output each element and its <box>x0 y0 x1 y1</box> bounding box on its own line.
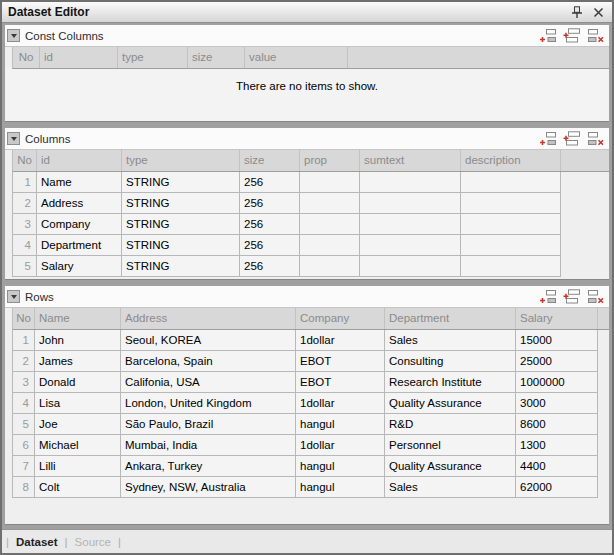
column-header-filler[interactable] <box>598 308 609 329</box>
table-cell[interactable]: STRING <box>122 256 240 277</box>
table-row[interactable]: 1JohnSeoul, KOREA1dollarSales15000 <box>12 330 598 351</box>
add-row-button[interactable] <box>538 131 556 147</box>
table-cell[interactable]: Califonia, USA <box>121 372 296 393</box>
table-cell[interactable] <box>461 214 561 235</box>
table-cell[interactable]: 256 <box>240 214 300 235</box>
column-header-no[interactable]: No <box>13 47 40 68</box>
table-cell[interactable]: EBOT <box>296 351 385 372</box>
table-cell[interactable]: Quality Assurance <box>385 456 516 477</box>
table-cell[interactable]: Lilli <box>35 456 121 477</box>
row-number-cell[interactable]: 5 <box>13 414 35 435</box>
row-number-cell[interactable]: 6 <box>13 435 35 456</box>
table-row[interactable]: 8ColtSydney, NSW, AustraliahangulSales62… <box>12 477 598 498</box>
table-cell[interactable]: hangul <box>296 414 385 435</box>
column-header-size[interactable]: size <box>188 47 245 68</box>
table-cell[interactable] <box>360 214 461 235</box>
table-row[interactable]: 2AddressSTRING256 <box>12 193 561 214</box>
table-cell[interactable]: São Paulo, Brazil <box>121 414 296 435</box>
table-cell[interactable]: hangul <box>296 456 385 477</box>
row-number-cell[interactable]: 2 <box>13 351 35 372</box>
table-cell[interactable]: Address <box>37 193 122 214</box>
table-cell[interactable] <box>300 235 360 256</box>
table-cell[interactable]: 25000 <box>516 351 598 372</box>
tab-dataset[interactable]: Dataset <box>16 536 58 548</box>
table-row[interactable]: 5SalarySTRING256 <box>12 256 561 277</box>
table-cell[interactable]: EBOT <box>296 372 385 393</box>
column-header-salary[interactable]: Salary <box>516 308 598 329</box>
column-header-size[interactable]: size <box>240 150 300 171</box>
table-cell[interactable]: 256 <box>240 193 300 214</box>
column-header-type[interactable]: type <box>118 47 188 68</box>
table-cell[interactable]: STRING <box>122 172 240 193</box>
table-cell[interactable]: Salary <box>37 256 122 277</box>
table-cell[interactable]: Sydney, NSW, Australia <box>121 477 296 498</box>
table-cell[interactable]: Personnel <box>385 435 516 456</box>
table-cell[interactable]: 1dollar <box>296 435 385 456</box>
table-cell[interactable]: 62000 <box>516 477 598 498</box>
table-cell[interactable]: John <box>35 330 121 351</box>
table-cell[interactable] <box>360 193 461 214</box>
table-cell[interactable] <box>461 256 561 277</box>
table-cell[interactable]: Joe <box>35 414 121 435</box>
column-header-id[interactable]: id <box>40 47 118 68</box>
table-cell[interactable] <box>360 235 461 256</box>
row-number-cell[interactable]: 5 <box>13 256 37 277</box>
column-header-address[interactable]: Address <box>121 308 296 329</box>
table-cell[interactable]: 8600 <box>516 414 598 435</box>
table-cell[interactable] <box>461 193 561 214</box>
column-header-description[interactable]: description <box>461 150 561 171</box>
table-cell[interactable]: Barcelona, Spain <box>121 351 296 372</box>
row-number-cell[interactable]: 8 <box>13 477 35 498</box>
column-header-no[interactable]: No <box>13 308 35 329</box>
table-cell[interactable]: STRING <box>122 193 240 214</box>
table-cell[interactable]: Ankara, Turkey <box>121 456 296 477</box>
table-cell[interactable]: Department <box>37 235 122 256</box>
table-cell[interactable]: Seoul, KOREA <box>121 330 296 351</box>
table-cell[interactable] <box>461 172 561 193</box>
table-cell[interactable]: 256 <box>240 256 300 277</box>
row-number-cell[interactable]: 1 <box>13 330 35 351</box>
table-cell[interactable]: hangul <box>296 477 385 498</box>
table-row[interactable]: 2JamesBarcelona, SpainEBOTConsulting2500… <box>12 351 598 372</box>
table-row[interactable]: 5JoeSão Paulo, BrazilhangulR&D8600 <box>12 414 598 435</box>
table-cell[interactable]: Colt <box>35 477 121 498</box>
column-header-value[interactable]: value <box>245 47 348 68</box>
collapse-button[interactable] <box>7 132 20 145</box>
table-row[interactable]: 3CompanySTRING256 <box>12 214 561 235</box>
table-cell[interactable] <box>300 172 360 193</box>
table-cell[interactable]: 1000000 <box>516 372 598 393</box>
table-cell[interactable]: Research Institute <box>385 372 516 393</box>
add-row-button[interactable] <box>538 28 556 44</box>
delete-row-button[interactable] <box>586 131 604 147</box>
row-number-cell[interactable]: 4 <box>13 393 35 414</box>
table-row[interactable]: 3DonaldCalifonia, USAEBOTResearch Instit… <box>12 372 598 393</box>
table-row[interactable]: 4LisaLondon, United Kingdom1dollarQualit… <box>12 393 598 414</box>
table-cell[interactable]: 256 <box>240 172 300 193</box>
table-cell[interactable] <box>300 214 360 235</box>
column-header-sumtext[interactable]: sumtext <box>360 150 461 171</box>
row-number-cell[interactable]: 2 <box>13 193 37 214</box>
pin-button[interactable] <box>569 4 585 20</box>
row-number-cell[interactable]: 4 <box>13 235 37 256</box>
table-row[interactable]: 4DepartmentSTRING256 <box>12 235 561 256</box>
column-header-department[interactable]: Department <box>385 308 516 329</box>
table-cell[interactable]: Sales <box>385 330 516 351</box>
add-row-button[interactable] <box>538 289 556 305</box>
collapse-button[interactable] <box>7 290 20 303</box>
tab-source[interactable]: Source <box>75 536 111 548</box>
column-header-filler[interactable] <box>348 47 609 68</box>
table-cell[interactable]: 1dollar <box>296 393 385 414</box>
table-cell[interactable] <box>300 256 360 277</box>
table-cell[interactable]: 4400 <box>516 456 598 477</box>
table-cell[interactable] <box>300 193 360 214</box>
row-number-cell[interactable]: 3 <box>13 372 35 393</box>
table-cell[interactable]: 256 <box>240 235 300 256</box>
delete-row-button[interactable] <box>586 28 604 44</box>
table-cell[interactable] <box>360 172 461 193</box>
table-cell[interactable]: Quality Assurance <box>385 393 516 414</box>
table-cell[interactable] <box>461 235 561 256</box>
table-cell[interactable]: STRING <box>122 214 240 235</box>
close-button[interactable] <box>590 4 606 20</box>
table-cell[interactable]: James <box>35 351 121 372</box>
column-header-no[interactable]: No <box>13 150 37 171</box>
